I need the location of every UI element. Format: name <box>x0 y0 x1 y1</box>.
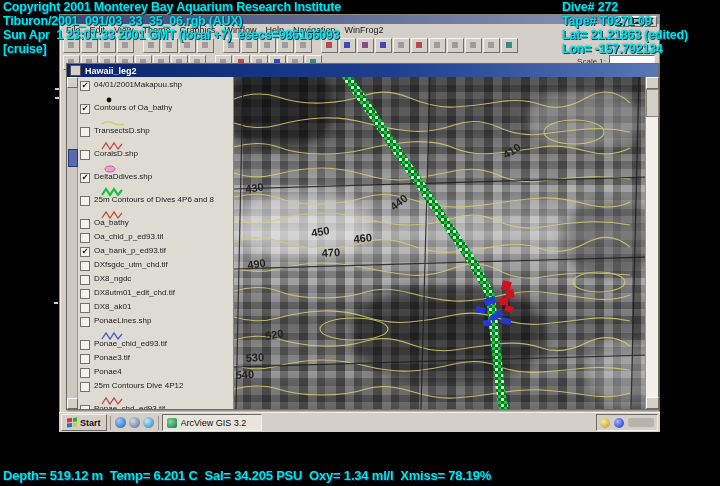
scroll-up-icon[interactable] <box>646 77 659 89</box>
graticule-lines <box>234 77 645 409</box>
toolbar-button[interactable] <box>393 38 410 53</box>
layer-checkbox[interactable] <box>80 196 90 206</box>
desktop: File Edit View Theme Graphics Window Hel… <box>59 14 660 432</box>
legend-item[interactable]: PonaeLines.shp <box>79 315 233 327</box>
toolbar-button[interactable] <box>429 38 446 53</box>
overlay-mode: [cruise] <box>3 43 47 57</box>
legend-item[interactable]: Ponae_chd_ed93.tif <box>79 403 233 409</box>
layer-checkbox[interactable] <box>80 317 90 327</box>
legend-item[interactable]: ✔04/01/2001Makapuu.shp <box>79 79 233 91</box>
system-tray <box>596 414 658 431</box>
layer-checkbox[interactable] <box>80 233 90 243</box>
layer-symbol-icon <box>79 327 233 338</box>
taskbar-clock[interactable] <box>628 418 654 427</box>
table-of-contents: ✔04/01/2001Makapuu.shp ✔Contours of Oa_b… <box>67 77 234 409</box>
legend-item[interactable]: 25m Contours Dive 4P12 <box>79 380 233 392</box>
windows-logo-icon <box>67 417 77 427</box>
menu-winfrog2[interactable]: WinFrog2 <box>344 25 383 37</box>
toolbar-button[interactable] <box>483 38 500 53</box>
legend-item[interactable]: DX8_ngdc <box>79 273 233 287</box>
layer-checkbox[interactable] <box>80 303 90 313</box>
contour-label: 460 <box>353 231 373 245</box>
scrollbar-thumb[interactable] <box>68 149 78 167</box>
layer-checkbox[interactable] <box>80 354 90 364</box>
legend-item[interactable]: Oa_bathy <box>79 217 233 231</box>
show-desktop-icon[interactable] <box>129 417 140 428</box>
scroll-up-icon[interactable] <box>67 77 78 88</box>
contour-label: 470 <box>321 246 340 259</box>
layer-checkbox[interactable] <box>80 275 90 285</box>
quick-launch <box>110 416 159 430</box>
document-icon <box>70 65 81 76</box>
layer-symbol-icon <box>79 392 233 403</box>
legend-item[interactable]: DXfsgdc_utm_chd.tif <box>79 259 233 273</box>
layer-checkbox[interactable] <box>80 127 90 137</box>
windows-taskbar: Start ArcView GIS 3.2 <box>59 412 660 432</box>
toc-scrollbar[interactable] <box>67 77 78 409</box>
internet-explorer-icon[interactable] <box>115 417 126 428</box>
legend-item[interactable]: ✔Oa_bank_p_ed93.tif <box>79 245 233 259</box>
view-window: Hawaii_leg2 ✔04/01/2001Makapuu.shp <box>66 63 659 410</box>
layer-symbol-icon <box>79 183 233 194</box>
contour-label: 430 <box>245 181 265 195</box>
tray-icon[interactable] <box>614 418 624 428</box>
layer-checkbox[interactable]: ✔ <box>80 247 90 257</box>
layer-checkbox[interactable] <box>80 340 90 350</box>
toolbar-button[interactable] <box>357 38 374 53</box>
toolbar-button[interactable] <box>375 38 392 53</box>
arcview-icon <box>167 418 177 428</box>
view-titlebar[interactable]: Hawaii_leg2 <box>67 64 658 77</box>
tray-icon[interactable] <box>600 418 610 428</box>
layer-symbol-icon <box>79 114 233 125</box>
layer-checkbox[interactable] <box>80 261 90 271</box>
toolbar-button[interactable] <box>447 38 464 53</box>
view-title: Hawaii_leg2 <box>85 66 137 76</box>
overlay-dive-number: Dive# 272 <box>562 1 618 15</box>
scroll-down-icon[interactable] <box>646 397 659 409</box>
legend-item[interactable]: DX8utm01_edit_chd.tif <box>79 287 233 301</box>
legend-item[interactable]: 25m Contours of Dives 4P6 and 8 <box>79 194 233 206</box>
map-canvas[interactable]: 430 440 450 460 470 490 410 520 530 540 <box>234 77 645 409</box>
map-scrollbar[interactable] <box>645 77 658 409</box>
layer-symbol-icon <box>79 137 233 148</box>
layer-checkbox[interactable]: ✔ <box>80 104 90 114</box>
layer-checkbox[interactable]: ✔ <box>80 173 90 183</box>
contour-label: 490 <box>247 257 267 271</box>
contour-label: 530 <box>245 351 264 364</box>
legend-item[interactable]: Oa_chid_p_ed93.tif <box>79 231 233 245</box>
start-button[interactable]: Start <box>61 414 107 431</box>
legend-item[interactable]: ✔Contours of Oa_bathy <box>79 102 233 114</box>
contour-label: 540 <box>235 368 254 381</box>
legend-item[interactable]: CoralsD.shp <box>79 148 233 160</box>
layer-checkbox[interactable] <box>80 150 90 160</box>
contour-label: 410 <box>501 141 523 161</box>
toolbar-button[interactable] <box>411 38 428 53</box>
legend-item[interactable]: Ponae3.tif <box>79 352 233 366</box>
scroll-down-icon[interactable] <box>67 398 78 409</box>
legend-item[interactable]: TransectsD.shp <box>79 125 233 137</box>
arcview-window: File Edit View Theme Graphics Window Hel… <box>59 14 660 413</box>
legend-item[interactable]: Ponae_chid_ed93.tif <box>79 338 233 352</box>
overlay-copyright: Copyright 2001 Monterey Bay Aquarium Res… <box>3 1 341 15</box>
scrollbar-thumb[interactable] <box>646 89 659 117</box>
overlay-longitude: Lon= -157.792134 <box>562 43 663 57</box>
layer-checkbox[interactable] <box>80 382 90 392</box>
layer-checkbox[interactable]: ✔ <box>80 81 90 91</box>
video-noise <box>54 302 58 304</box>
toolbar-button[interactable] <box>465 38 482 53</box>
layer-checkbox[interactable] <box>80 368 90 378</box>
overlay-timestamp: Sun Apr 1 23:01:33 2001 GMT (local +7) e… <box>3 29 339 43</box>
legend-item[interactable]: DX8_ak01 <box>79 301 233 315</box>
browser-icon[interactable] <box>143 417 154 428</box>
layer-symbol-icon <box>79 91 233 102</box>
contour-labels: 430 440 450 460 470 490 410 520 530 540 <box>235 141 522 381</box>
layer-checkbox[interactable] <box>80 405 90 409</box>
legend-item[interactable]: Ponae4 <box>79 366 233 380</box>
taskbar-item-arcview[interactable]: ArcView GIS 3.2 <box>162 414 262 431</box>
layer-checkbox[interactable] <box>80 289 90 299</box>
legend-item[interactable]: ✔DeltaDdives.shp <box>79 171 233 183</box>
toolbar-button[interactable] <box>501 38 518 53</box>
layer-checkbox[interactable] <box>80 219 90 229</box>
toolbar-button[interactable] <box>339 38 356 53</box>
contour-lines <box>234 92 630 398</box>
